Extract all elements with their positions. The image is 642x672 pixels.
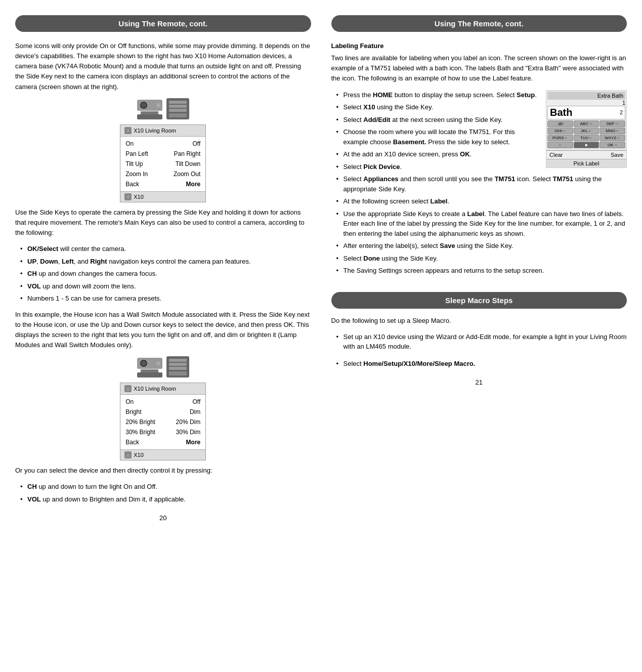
screen2-row-1: On Off <box>120 397 205 407</box>
screen2-row-3: 20% Bright 20% Dim <box>120 417 205 427</box>
camera-icon-top <box>120 98 206 119</box>
bullet-2-1: CH up and down to turn the light On and … <box>20 482 311 492</box>
bullet-1-4: VOL up and down will zoom the lens. <box>20 281 311 291</box>
right-bullet-11: Select Done using the Side Key. <box>336 254 627 264</box>
screen1-row-4: Zoom In Zoom Out <box>120 169 205 179</box>
screen2-body: On Off Bright Dim 20% Bright 20% Dim 30%… <box>120 395 205 449</box>
left-page-number: 20 <box>15 514 311 522</box>
right-bullet-3: Select Add/Edit at the next screen using… <box>336 115 627 125</box>
screen2-row-4: 30% Bright 30% Dim <box>120 427 205 437</box>
direct-text: Or you can select the device and then di… <box>15 466 311 476</box>
row4-right: Zoom Out <box>174 171 200 178</box>
sleep-intro: Do the following to set up a Sleep Macro… <box>331 316 627 326</box>
row5-right: More <box>186 181 201 188</box>
right-page-number: 21 <box>331 379 627 386</box>
right-header: Using The Remote, cont. <box>331 15 627 32</box>
screen1-row-5: Back More <box>120 179 205 189</box>
row2-left: Pan Left <box>125 150 148 157</box>
screen2-header-text: X10 Living Room <box>134 386 176 392</box>
bullet-1-1: OK/Select will center the camera. <box>20 244 311 254</box>
right-bullet-1: Press the HOME button to display the set… <box>336 90 627 100</box>
screen2-footer: ⌂ X10 <box>120 449 205 460</box>
right-bullet-7: Select Appliances and then scroll until … <box>336 174 627 194</box>
screen1-footer-text: X10 <box>134 194 144 200</box>
right-bullet-12: The Saving Settings screen appears and r… <box>336 266 627 276</box>
right-bullet-8: At the following screen select Label. <box>336 196 627 206</box>
bullet-1-5: Numbers 1 - 5 can be use for camera pres… <box>20 293 311 304</box>
right-bullet-5: At the add an X10 device screen, press O… <box>336 149 627 159</box>
row3-left: Tilt Up <box>125 160 143 167</box>
row1-left: On <box>125 140 134 147</box>
remote-screen-1: ⌂ X10 Living Room On Off Pan Left Pan Ri… <box>120 124 206 202</box>
bullet-1-3: CH up and down changes the camera focus. <box>20 269 311 279</box>
right-bullet-4: Choose the room where you will locate th… <box>336 127 627 147</box>
sleep-bullet-2: Select Home/Setup/X10/More/Sleep Macro. <box>336 359 627 369</box>
screen1-header: ⌂ X10 Living Room <box>120 125 205 137</box>
screen1-body: On Off Pan Left Pan Right Tilt Up Tilt D… <box>120 137 205 191</box>
camera-icon-bottom <box>120 356 206 377</box>
row1-right: Off <box>192 140 200 147</box>
side-keys-text: Use the Side Keys to operate the camera … <box>15 207 311 238</box>
row2-right: Pan Right <box>174 150 201 157</box>
screen1-header-text: X10 Living Room <box>134 128 176 134</box>
left-column: Using The Remote, cont. Some icons will … <box>10 10 316 662</box>
bullets-1: OK/Select will center the camera. UP, Do… <box>20 244 311 304</box>
row3-right: Tilt Down <box>176 160 201 167</box>
right-bullets: Press the HOME button to display the set… <box>336 90 627 276</box>
right-bullet-6: Select Pick Device. <box>336 162 627 172</box>
right-column: Using The Remote, cont. Labeling Feature… <box>326 10 632 662</box>
bullet-1-2: UP, Down, Left, and Right navigation key… <box>20 257 311 267</box>
screen1-row-3: Tilt Up Tilt Down <box>120 159 205 169</box>
left-header: Using The Remote, cont. <box>15 15 311 32</box>
sleep-bullets: Set up an X10 device using the Wizard or… <box>336 332 627 369</box>
bullets-2: CH up and down to turn the light On and … <box>20 482 311 504</box>
screen2-row-2: Bright Dim <box>120 407 205 417</box>
row4-left: Zoom In <box>125 171 148 178</box>
screen1-row-1: On Off <box>120 139 205 149</box>
screen1-row-2: Pan Left Pan Right <box>120 149 205 159</box>
screen2-header: ⌂ X10 Living Room <box>120 383 205 395</box>
sleep-macro-header: Sleep Macro Steps <box>331 292 627 309</box>
left-intro-text: Some icons will only provide On or Off f… <box>15 41 311 92</box>
house-icon-text: In this example, the House icon has a Wa… <box>15 310 311 351</box>
right-bullet-10: After entering the label(s), select Save… <box>336 241 627 251</box>
screen2-row-5: Back More <box>120 437 205 447</box>
sleep-bullet-1: Set up an X10 device using the Wizard or… <box>336 332 627 352</box>
bullet-2-2: VOL up and down to Brighten and Dim it, … <box>20 494 311 505</box>
remote-screen-2: ⌂ X10 Living Room On Off Bright Dim 20% … <box>120 383 206 460</box>
right-bullet-9: Use the appropriate Side Keys to create … <box>336 209 627 239</box>
right-bullet-2: Select X10 using the Side Key. <box>336 102 627 112</box>
row5-left: Back <box>125 181 139 188</box>
screen1-footer: ⌂ X10 <box>120 191 205 202</box>
labeling-text: Two lines are available for labeling whe… <box>331 53 627 83</box>
labeling-feature-title: Labeling Feature <box>331 42 384 50</box>
